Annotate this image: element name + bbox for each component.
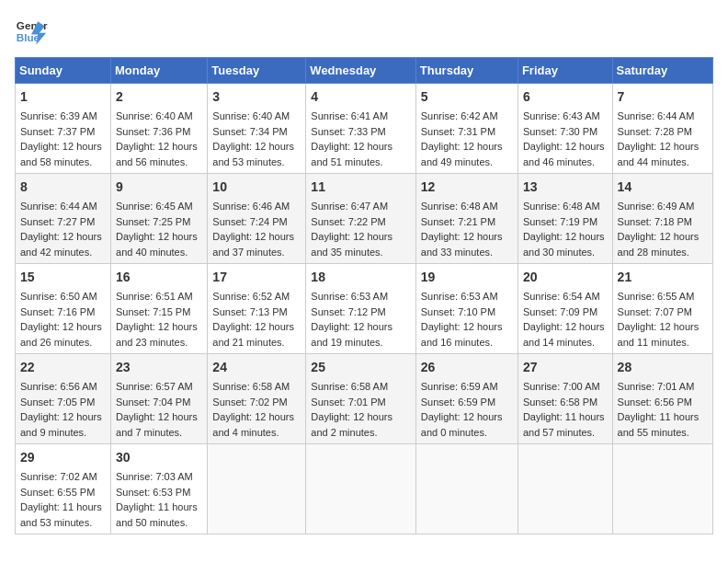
- sunrise-text: Sunrise: 6:59 AM: [421, 381, 498, 392]
- day-number: 22: [20, 358, 106, 377]
- sunrise-text: Sunrise: 6:46 AM: [212, 201, 290, 212]
- daylight-text: Daylight: 12 hours and 53 minutes.: [212, 141, 294, 167]
- daylight-text: Daylight: 12 hours and 28 minutes.: [618, 231, 700, 258]
- calendar-cell: 24Sunrise: 6:58 AMSunset: 7:02 PMDayligh…: [208, 354, 306, 444]
- sunrise-text: Sunrise: 6:41 AM: [311, 110, 388, 121]
- day-number: 29: [20, 448, 106, 467]
- calendar-table: SundayMondayTuesdayWednesdayThursdayFrid…: [15, 57, 713, 534]
- sunset-text: Sunset: 6:59 PM: [421, 396, 495, 408]
- sunset-text: Sunset: 7:16 PM: [20, 306, 95, 317]
- day-number: 3: [212, 87, 301, 107]
- daylight-text: Daylight: 12 hours and 9 minutes.: [20, 411, 102, 438]
- calendar-cell: 15Sunrise: 6:50 AMSunset: 7:16 PMDayligh…: [16, 264, 111, 354]
- calendar-cell: 4Sunrise: 6:41 AMSunset: 7:33 PMDaylight…: [306, 84, 415, 174]
- calendar-cell: 8Sunrise: 6:44 AMSunset: 7:27 PMDaylight…: [16, 174, 111, 264]
- day-number: 30: [116, 448, 202, 467]
- calendar-cell: 5Sunrise: 6:42 AMSunset: 7:31 PMDaylight…: [415, 84, 518, 174]
- calendar-header-row: SundayMondayTuesdayWednesdayThursdayFrid…: [16, 58, 713, 84]
- calendar-cell: 30Sunrise: 7:03 AMSunset: 6:53 PMDayligh…: [111, 444, 208, 534]
- calendar-cell: 20Sunrise: 6:54 AMSunset: 7:09 PMDayligh…: [518, 264, 612, 354]
- calendar-header-saturday: Saturday: [612, 58, 712, 84]
- calendar-cell: 13Sunrise: 6:48 AMSunset: 7:19 PMDayligh…: [518, 174, 612, 264]
- calendar-cell: 26Sunrise: 6:59 AMSunset: 6:59 PMDayligh…: [415, 354, 518, 444]
- sunrise-text: Sunrise: 6:55 AM: [618, 291, 695, 302]
- sunrise-text: Sunrise: 6:58 AM: [311, 381, 388, 392]
- day-number: 27: [523, 358, 608, 377]
- calendar-cell: 21Sunrise: 6:55 AMSunset: 7:07 PMDayligh…: [612, 264, 712, 354]
- day-number: 25: [311, 358, 410, 377]
- calendar-cell: 3Sunrise: 6:40 AMSunset: 7:34 PMDaylight…: [208, 84, 306, 174]
- day-number: 16: [116, 268, 202, 287]
- daylight-text: Daylight: 12 hours and 7 minutes.: [116, 411, 198, 438]
- sunset-text: Sunset: 7:10 PM: [421, 306, 495, 317]
- calendar-week-row: 8Sunrise: 6:44 AMSunset: 7:27 PMDaylight…: [16, 174, 713, 264]
- calendar-header-thursday: Thursday: [415, 58, 518, 84]
- sunrise-text: Sunrise: 6:52 AM: [212, 291, 290, 302]
- sunrise-text: Sunrise: 6:43 AM: [523, 110, 600, 121]
- calendar-header-friday: Friday: [518, 58, 612, 84]
- daylight-text: Daylight: 12 hours and 46 minutes.: [523, 141, 605, 167]
- sunset-text: Sunset: 7:04 PM: [116, 396, 190, 408]
- daylight-text: Daylight: 11 hours and 55 minutes.: [618, 411, 700, 438]
- day-number: 1: [20, 87, 106, 107]
- daylight-text: Daylight: 12 hours and 4 minutes.: [212, 411, 294, 438]
- daylight-text: Daylight: 12 hours and 40 minutes.: [116, 231, 198, 258]
- daylight-text: Daylight: 12 hours and 14 minutes.: [523, 321, 605, 348]
- daylight-text: Daylight: 12 hours and 56 minutes.: [116, 141, 198, 167]
- logo: General Blue: [15, 15, 53, 48]
- sunrise-text: Sunrise: 6:57 AM: [116, 381, 193, 392]
- sunrise-text: Sunrise: 6:45 AM: [116, 201, 193, 212]
- daylight-text: Daylight: 12 hours and 16 minutes.: [421, 321, 503, 348]
- daylight-text: Daylight: 12 hours and 58 minutes.: [20, 141, 102, 167]
- calendar-cell: 28Sunrise: 7:01 AMSunset: 6:56 PMDayligh…: [612, 354, 712, 444]
- daylight-text: Daylight: 12 hours and 21 minutes.: [212, 321, 294, 348]
- sunrise-text: Sunrise: 6:54 AM: [523, 291, 600, 302]
- sunset-text: Sunset: 7:27 PM: [20, 216, 95, 227]
- daylight-text: Daylight: 12 hours and 0 minutes.: [421, 411, 503, 438]
- calendar-cell: 17Sunrise: 6:52 AMSunset: 7:13 PMDayligh…: [208, 264, 306, 354]
- calendar-body: 1Sunrise: 6:39 AMSunset: 7:37 PMDaylight…: [16, 84, 713, 534]
- sunset-text: Sunset: 6:53 PM: [116, 487, 190, 498]
- sunrise-text: Sunrise: 6:53 AM: [311, 291, 388, 302]
- sunrise-text: Sunrise: 6:40 AM: [212, 110, 290, 121]
- sunrise-text: Sunrise: 6:47 AM: [311, 201, 388, 212]
- sunrise-text: Sunrise: 6:44 AM: [618, 110, 695, 121]
- calendar-cell: 1Sunrise: 6:39 AMSunset: 7:37 PMDaylight…: [16, 84, 111, 174]
- day-number: 17: [212, 268, 301, 287]
- day-number: 15: [20, 268, 106, 287]
- sunset-text: Sunset: 7:37 PM: [20, 126, 95, 137]
- day-number: 18: [311, 268, 410, 287]
- logo-icon: General Blue: [15, 15, 48, 48]
- daylight-text: Daylight: 12 hours and 23 minutes.: [116, 321, 198, 348]
- sunrise-text: Sunrise: 7:01 AM: [618, 381, 695, 392]
- calendar-cell: [415, 444, 518, 534]
- sunset-text: Sunset: 7:09 PM: [523, 306, 597, 317]
- sunrise-text: Sunrise: 6:42 AM: [421, 110, 498, 121]
- daylight-text: Daylight: 11 hours and 50 minutes.: [116, 501, 198, 528]
- daylight-text: Daylight: 12 hours and 19 minutes.: [311, 321, 392, 348]
- calendar-cell: [306, 444, 415, 534]
- calendar-header-monday: Monday: [111, 58, 208, 84]
- daylight-text: Daylight: 12 hours and 44 minutes.: [618, 141, 700, 167]
- calendar-cell: [518, 444, 612, 534]
- calendar-cell: 14Sunrise: 6:49 AMSunset: 7:18 PMDayligh…: [612, 174, 712, 264]
- sunset-text: Sunset: 7:18 PM: [618, 216, 692, 227]
- calendar-cell: 29Sunrise: 7:02 AMSunset: 6:55 PMDayligh…: [16, 444, 111, 534]
- sunset-text: Sunset: 7:22 PM: [311, 216, 385, 227]
- daylight-text: Daylight: 12 hours and 51 minutes.: [311, 141, 392, 167]
- sunrise-text: Sunrise: 6:48 AM: [421, 201, 498, 212]
- calendar-header-wednesday: Wednesday: [306, 58, 415, 84]
- day-number: 20: [523, 268, 608, 287]
- sunrise-text: Sunrise: 6:50 AM: [20, 291, 97, 302]
- sunrise-text: Sunrise: 6:56 AM: [20, 381, 97, 392]
- calendar-cell: 9Sunrise: 6:45 AMSunset: 7:25 PMDaylight…: [111, 174, 208, 264]
- sunset-text: Sunset: 7:07 PM: [618, 306, 692, 317]
- daylight-text: Daylight: 11 hours and 53 minutes.: [20, 501, 102, 528]
- calendar-week-row: 29Sunrise: 7:02 AMSunset: 6:55 PMDayligh…: [16, 444, 713, 534]
- sunset-text: Sunset: 7:21 PM: [421, 216, 495, 227]
- day-number: 12: [421, 178, 513, 197]
- day-number: 4: [311, 87, 410, 107]
- day-number: 13: [523, 178, 608, 197]
- calendar-week-row: 15Sunrise: 6:50 AMSunset: 7:16 PMDayligh…: [16, 264, 713, 354]
- daylight-text: Daylight: 11 hours and 57 minutes.: [523, 411, 605, 438]
